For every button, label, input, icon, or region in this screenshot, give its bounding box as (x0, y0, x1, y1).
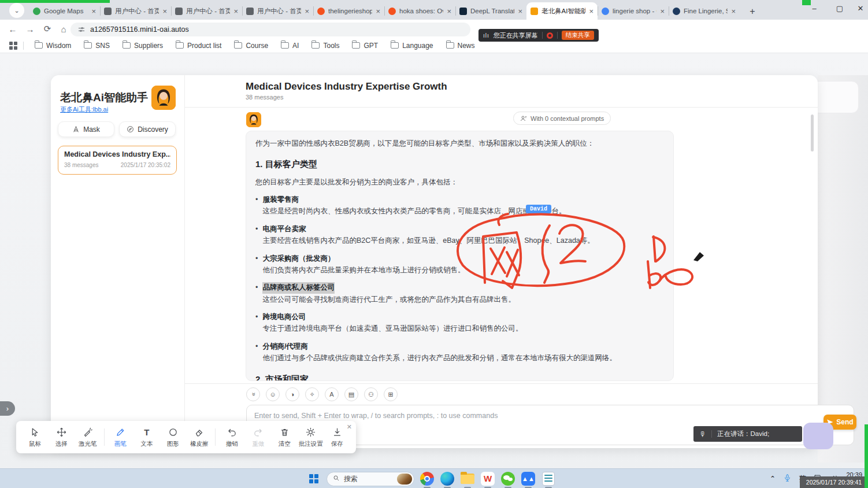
taskbar-search[interactable]: 搜索 (327, 472, 414, 486)
taskbar-edge-icon[interactable] (440, 471, 455, 486)
browser-tab[interactable]: 用户中心 - 首页× (242, 2, 313, 20)
bookmark-folder-news[interactable]: News (446, 42, 475, 50)
site-icon (673, 8, 680, 15)
forward-icon[interactable]: → (23, 22, 37, 36)
chat-list-item-selected[interactable]: Medical Devices Industry Exp... 38 messa… (58, 146, 177, 175)
mask-button[interactable]: Mask (58, 121, 114, 137)
emotion-icon[interactable]: ☺ (266, 387, 280, 401)
tab-label: 用户中心 - 首页 (115, 7, 159, 16)
section-heading-1: 1. 目标客户类型 (255, 157, 664, 171)
bookmark-folder-course[interactable]: Course (234, 42, 268, 50)
prompt-wand-icon[interactable]: ✧ (305, 387, 319, 401)
tool-annotation-settings[interactable]: 批注设置 (298, 427, 324, 448)
tool-eraser[interactable]: 橡皮擦 (186, 427, 213, 448)
floating-logo-button[interactable] (803, 423, 833, 449)
bookmark-folder-tools[interactable]: Tools (311, 42, 339, 50)
theme-icon[interactable]: ◑ (285, 387, 299, 401)
reload-icon[interactable]: ⟳ (40, 22, 54, 36)
microphone-icon: 🎙 (699, 430, 706, 438)
window-minimize-button[interactable]: – (804, 0, 824, 19)
browser-tab[interactable]: Google Maps× (29, 2, 100, 20)
tool-laser-pen[interactable]: 激光笔 (75, 427, 101, 448)
browser-tab-active[interactable]: 老北鼻AI智能助手× (526, 2, 598, 20)
tab-close-icon[interactable]: × (233, 8, 238, 15)
bookmark-folder-product-list[interactable]: Product list (176, 42, 221, 50)
tool-mouse[interactable]: 鼠标 (22, 427, 49, 448)
tool-clear[interactable]: 清空 (271, 427, 298, 448)
tool-select[interactable]: 选择 (49, 427, 75, 448)
scroll-to-bottom-icon[interactable]: « (246, 387, 260, 401)
mask-icon[interactable]: A (325, 387, 339, 401)
bookmark-folder-wisdom[interactable]: Wisdom (35, 42, 71, 50)
url-text[interactable]: a12657915116.mini1-oai.autos (90, 25, 189, 34)
bookmark-folder-suppliers[interactable]: Suppliers (123, 42, 163, 50)
plugin-icon[interactable]: ⚇ (364, 387, 378, 401)
tool-text[interactable]: T文本 (133, 427, 160, 448)
image-icon[interactable]: ▤ (344, 387, 358, 401)
tool-shape[interactable]: 图形 (159, 427, 186, 448)
tab-close-icon[interactable]: × (660, 8, 665, 15)
speaking-text: 正在讲话：David; (717, 430, 769, 438)
shop-icon (317, 8, 325, 15)
taskbar-file-explorer-icon[interactable] (460, 471, 475, 486)
taskbar-cloud-app-icon[interactable]: ▲▲ (521, 471, 536, 486)
folder-icon (84, 42, 92, 49)
address-bar[interactable]: a12657915116.mini1-oai.autos (71, 23, 470, 36)
tab-close-icon[interactable]: × (518, 8, 522, 15)
tab-close-icon[interactable]: × (589, 8, 593, 15)
tool-pen-active[interactable]: 画笔 (107, 427, 133, 448)
toolbar-close-icon[interactable]: ✕ (347, 424, 352, 430)
browser-tab[interactable]: hoka shoes: Ove× (384, 2, 455, 20)
tab-close-icon[interactable]: × (447, 8, 451, 15)
tab-close-icon[interactable]: × (731, 8, 736, 15)
deepl-icon (459, 8, 467, 15)
tray-expand-icon[interactable]: ⌃ (770, 475, 776, 483)
window-close-button[interactable]: ✕ (851, 0, 868, 19)
more-ai-tools-link[interactable]: 更多Ai工具:lbb.ai (60, 105, 108, 114)
browser-tab[interactable]: 用户中心 - 首页× (171, 2, 242, 20)
tab-close-icon[interactable]: × (91, 8, 96, 15)
start-button[interactable] (306, 471, 321, 486)
taskbar-chrome-icon[interactable] (420, 471, 435, 486)
new-tab-button[interactable]: + (745, 5, 759, 19)
tray-microphone-icon[interactable] (783, 474, 792, 484)
tab-close-icon[interactable]: × (376, 8, 380, 15)
chat-scrollbar-thumb[interactable] (811, 114, 814, 151)
taskbar-notes-icon[interactable] (541, 471, 556, 486)
search-highlight-image[interactable] (397, 474, 412, 485)
bookmark-folder-ai[interactable]: AI (281, 42, 299, 50)
window-maximize-button[interactable]: ▢ (830, 0, 850, 19)
shortcut-grid-icon[interactable]: ⊞ (384, 387, 398, 401)
taskbar-wps-icon[interactable]: W (480, 471, 495, 486)
message-paragraph: 您的目标客户主要是以批发和分销为主的商业客户，具体包括： (255, 177, 664, 188)
browser-tab[interactable]: 用户中心 - 首页× (100, 2, 171, 20)
browser-tab[interactable]: thelingerieshop× (313, 2, 384, 20)
home-icon[interactable]: ⌂ (57, 22, 71, 36)
signal-bars-icon: ılı (483, 32, 489, 39)
bookmark-folder-sns[interactable]: SNS (84, 42, 110, 50)
bookmark-folder-gpt[interactable]: GPT (352, 42, 378, 50)
tab-search-button[interactable]: ⌄ (9, 3, 24, 18)
bookmark-folder-language[interactable]: Language (391, 42, 433, 50)
speaking-toast: 🎙 正在讲话：David; (693, 426, 802, 442)
contextual-prompts-button[interactable]: With 0 contextual prompts (513, 112, 611, 125)
tool-undo[interactable]: 撤销 (218, 427, 245, 448)
browser-tab[interactable]: DeepL Translate:× (455, 2, 526, 20)
tab-close-icon[interactable]: × (162, 8, 167, 15)
folder-icon (281, 42, 289, 49)
stop-sharing-button[interactable]: 结束共享 (562, 31, 594, 40)
tab-close-icon[interactable]: × (305, 8, 309, 15)
tab-label: thelingerieshop (328, 8, 372, 14)
browser-tab[interactable]: lingerie shop - G× (598, 2, 669, 20)
site-settings-icon[interactable] (77, 25, 86, 34)
apps-grid-icon[interactable] (9, 42, 17, 50)
shop-icon (388, 8, 396, 15)
discovery-button[interactable]: Discovery (119, 121, 176, 137)
google-icon (602, 8, 609, 15)
chat-toolbar: « ☺ ◑ ✧ A ▤ ⚇ ⊞ (246, 387, 398, 401)
browser-tab[interactable]: Fine Lingerie, Sle× (669, 2, 740, 20)
collapsed-panel-handle[interactable]: › (0, 401, 15, 416)
back-icon[interactable]: ← (6, 22, 20, 36)
taskbar-wechat-icon[interactable] (500, 471, 515, 486)
chat-sidebar: 老北鼻Ai智能助手 更多Ai工具:lbb.ai Mask Discovery M… (51, 75, 185, 448)
